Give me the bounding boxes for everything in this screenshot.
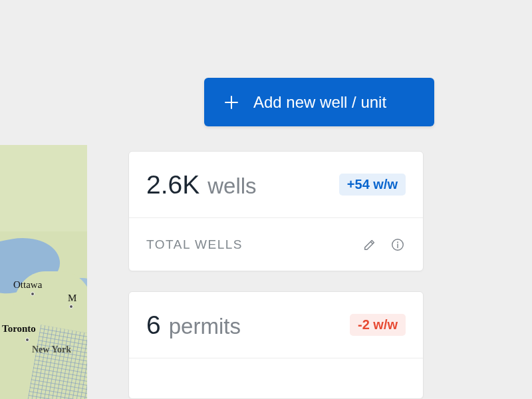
map-city-label: New York bbox=[32, 344, 71, 355]
map-preview[interactable]: Ottawa Toronto M New York bbox=[0, 145, 87, 399]
svg-point-1 bbox=[397, 241, 398, 243]
stat-card-wells: 2.6K wells +54 w/w TOTAL WELLS bbox=[128, 151, 424, 271]
info-button[interactable] bbox=[390, 237, 406, 253]
map-city-label: M bbox=[68, 293, 76, 304]
stat-card-top: 2.6K wells +54 w/w bbox=[129, 152, 423, 218]
stat-delta-badge: +54 w/w bbox=[339, 174, 406, 196]
map-city-label: Ottawa bbox=[13, 279, 42, 291]
stat-metric: 2.6K wells bbox=[146, 170, 257, 200]
add-well-unit-button[interactable]: Add new well / unit bbox=[204, 78, 434, 126]
stat-card-permits: 6 permits -2 w/w bbox=[128, 291, 424, 399]
stat-title: TOTAL WELLS bbox=[146, 237, 243, 252]
stat-card-bottom: TOTAL WELLS bbox=[129, 218, 423, 271]
stat-delta-badge: -2 w/w bbox=[350, 314, 406, 336]
stat-value: 2.6K bbox=[146, 170, 200, 200]
stat-unit: wells bbox=[207, 174, 256, 199]
stat-card-actions bbox=[362, 237, 406, 253]
stat-card-bottom bbox=[129, 358, 423, 399]
plus-icon bbox=[224, 95, 239, 110]
pencil-icon bbox=[362, 237, 377, 252]
stat-value: 6 bbox=[146, 311, 161, 340]
edit-button[interactable] bbox=[362, 237, 378, 253]
stat-card-top: 6 permits -2 w/w bbox=[129, 292, 423, 358]
stat-metric: 6 permits bbox=[146, 311, 241, 340]
map-city-label: Toronto bbox=[2, 323, 36, 334]
add-button-label: Add new well / unit bbox=[253, 93, 386, 112]
info-icon bbox=[390, 237, 405, 252]
stat-unit: permits bbox=[169, 314, 241, 339]
